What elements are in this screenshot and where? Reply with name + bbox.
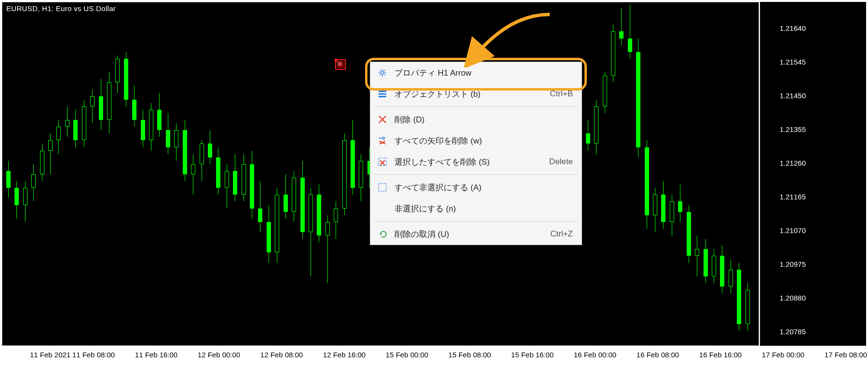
candle: [326, 2, 330, 346]
context-menu-separator: [374, 221, 578, 222]
candle: [107, 2, 111, 346]
context-menu-item[interactable]: 選択したすべてを削除 (S)Delete: [370, 151, 582, 172]
context-menu-item[interactable]: プロパティ H1 Arrow: [370, 62, 582, 83]
candle: [342, 2, 347, 346]
context-menu-item[interactable]: オブジェクトリスト (b)Ctrl+B: [370, 83, 582, 105]
svg-rect-6: [379, 183, 386, 191]
svg-rect-2: [379, 93, 386, 95]
candle: [309, 2, 313, 346]
candle: [216, 2, 220, 346]
candle: [166, 2, 170, 346]
candle: [670, 2, 674, 346]
candle: [124, 2, 128, 346]
sel-icon: [377, 182, 388, 193]
svg-rect-3: [379, 96, 386, 97]
candle: [132, 2, 136, 346]
context-menu-accelerator: Ctrl+Z: [550, 229, 573, 239]
x-axis-tick: 11 Feb 2021: [30, 351, 70, 359]
gear-icon: [377, 67, 388, 78]
candle: [258, 2, 262, 346]
candle: [250, 2, 254, 346]
candle: [586, 2, 590, 346]
context-menu-item[interactable]: すべて非選択にする (A): [370, 177, 582, 198]
x-axis-tick: 12 Feb 16:00: [323, 351, 366, 359]
x-axis: 11 Feb 202111 Feb 08:0011 Feb 16:0012 Fe…: [2, 347, 866, 364]
candle: [56, 2, 61, 346]
candle: [661, 2, 665, 346]
svg-point-0: [381, 71, 384, 74]
candle: [645, 2, 649, 346]
context-menu-separator: [374, 174, 578, 175]
candle: [628, 2, 632, 346]
x-axis-tick: 16 Feb 00:00: [574, 351, 616, 359]
candle: [242, 2, 246, 346]
candle: [687, 2, 691, 346]
ax-icon: [377, 135, 388, 146]
candle: [720, 2, 724, 346]
context-menu-label: すべて非選択にする (A): [394, 182, 573, 193]
candle: [267, 2, 271, 346]
candle: [746, 2, 750, 346]
context-menu-item[interactable]: 削除 (D): [370, 109, 582, 130]
svg-rect-5: [379, 158, 386, 166]
sel-x-icon: [377, 157, 388, 167]
list-icon: [377, 89, 388, 99]
context-menu-separator: [374, 106, 578, 107]
y-axis: 1.216401.215451.214501.213551.212601.211…: [760, 2, 866, 346]
context-menu-label: オブジェクトリスト (b): [394, 89, 524, 100]
y-axis-tick: 1.21355: [760, 125, 806, 133]
x-axis-tick: 12 Feb 00:00: [198, 351, 240, 359]
candle: [191, 2, 195, 346]
y-axis-tick: 1.21260: [760, 159, 806, 167]
candle: [73, 2, 78, 346]
candle: [603, 2, 607, 346]
candle: [334, 2, 338, 346]
candle: [208, 2, 212, 346]
candle: [275, 2, 279, 346]
candle: [712, 2, 716, 346]
candle: [636, 2, 640, 346]
candle: [611, 2, 615, 346]
x-axis-tick: 17 Feb 00:00: [762, 351, 804, 359]
context-menu-accelerator: Delete: [549, 157, 573, 167]
x-axis-tick: 15 Feb 16:00: [511, 351, 554, 359]
candle: [292, 2, 296, 346]
context-menu-item[interactable]: すべての矢印を削除 (w): [370, 130, 582, 151]
candle: [14, 2, 19, 346]
x-axis-tick: 11 Feb 08:00: [72, 351, 115, 359]
candle: [31, 2, 36, 346]
x-axis-tick: 16 Feb 16:00: [699, 351, 742, 359]
y-axis-tick: 1.20880: [760, 294, 806, 302]
candle: [619, 2, 624, 346]
y-axis-tick: 1.21640: [760, 24, 806, 32]
x-axis-tick: 12 Feb 08:00: [260, 351, 303, 359]
y-axis-tick: 1.21070: [760, 226, 806, 235]
context-menu-item[interactable]: 削除の取消 (U)Ctrl+Z: [370, 223, 582, 245]
candle: [729, 2, 733, 346]
x-axis-tick: 11 Feb 16:00: [135, 351, 177, 359]
candle: [174, 2, 178, 346]
candle: [300, 2, 305, 346]
context-menu-label: 選択したすべてを削除 (S): [394, 157, 523, 168]
candle: [90, 2, 95, 346]
candle: [351, 2, 355, 346]
context-menu-label: 非選択にする (n): [394, 203, 573, 214]
candle: [40, 2, 44, 346]
context-menu-label: 削除 (D): [394, 114, 573, 125]
candle: [284, 2, 288, 346]
candle: [99, 2, 103, 346]
candle: [317, 2, 321, 346]
x-icon: [377, 114, 388, 125]
x-axis-tick: 17 Feb 08:00: [825, 351, 867, 359]
svg-rect-1: [379, 91, 386, 92]
candle: [704, 2, 708, 346]
context-menu-label: 削除の取消 (U): [394, 229, 524, 240]
y-axis-tick: 1.21545: [760, 58, 806, 66]
context-menu-label: プロパティ H1 Arrow: [394, 67, 573, 78]
candle: [594, 2, 598, 346]
y-axis-tick: 1.20975: [760, 260, 806, 268]
candle: [678, 2, 682, 346]
candle: [359, 2, 363, 346]
context-menu-item[interactable]: 非選択にする (n): [370, 198, 582, 219]
candle: [695, 2, 699, 346]
